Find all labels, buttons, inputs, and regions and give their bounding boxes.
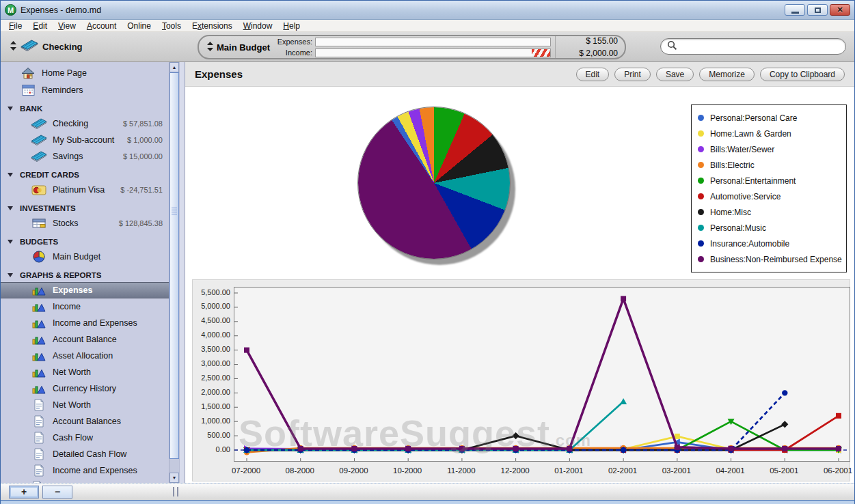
sidebar: Home PageRemindersBANKChecking$ 57,851.0… <box>1 62 169 483</box>
menu-online[interactable]: Online <box>122 20 157 31</box>
sidebar-section-credit-cards[interactable]: CREDIT CARDS <box>1 168 169 182</box>
sidebar-item-net-worth[interactable]: Net Worth <box>1 364 169 380</box>
menu-edit[interactable]: Edit <box>27 20 53 31</box>
pie-report: Personal:Personal CareHome:Lawn & Garden… <box>185 87 854 279</box>
menu-window[interactable]: Window <box>238 20 278 31</box>
pie-chart <box>358 107 510 259</box>
legend-item: Insurance:Automobile <box>698 236 840 251</box>
x-axis-label: 07-2000 <box>222 466 270 475</box>
up-down-arrows-icon[interactable] <box>10 41 16 53</box>
sidebar-item-main-budget[interactable]: Main Budget <box>1 249 169 265</box>
sidebar-item-expenses[interactable]: Expenses <box>1 282 169 298</box>
legend-label: Personal:Entertainment <box>710 176 796 186</box>
sidebar-item-cash-flow[interactable]: Cash Flow <box>1 430 169 446</box>
print-button[interactable]: Print <box>614 68 651 81</box>
sidebar-item-income[interactable]: Income <box>1 298 169 315</box>
legend-item: Home:Misc <box>698 204 840 220</box>
sidebar-section-investments[interactable]: INVESTMENTS <box>1 201 169 215</box>
sidebar-section-budgets[interactable]: BUDGETS <box>1 235 169 249</box>
search-box[interactable] <box>660 38 846 55</box>
sidebar-item-currency-history[interactable]: Currency History <box>1 380 169 397</box>
account-balance: $ 128,845.38 <box>119 219 169 227</box>
legend-label: Home:Misc <box>710 208 751 217</box>
legend-item: Personal:Personal Care <box>698 110 840 126</box>
y-axis-label: 5,000.00 <box>193 302 230 310</box>
y-axis-label: 500.00 <box>193 431 230 439</box>
account-switcher[interactable]: Checking <box>10 40 83 54</box>
sidebar-item-label: Main Budget <box>53 252 100 262</box>
remove-account-button[interactable]: − <box>42 486 72 499</box>
menu-bar: FileEditViewAccountOnlineToolsExtensions… <box>1 20 854 32</box>
bar-graph-icon <box>31 318 47 328</box>
scrollbar-track[interactable] <box>169 72 179 473</box>
save-button[interactable]: Save <box>656 68 694 81</box>
checkbook-icon <box>31 135 47 145</box>
sidebar-item-label: Savings <box>53 152 83 161</box>
sidebar-item-income-and-expenses[interactable]: Income and Expenses <box>1 315 169 331</box>
scroll-up-icon[interactable]: ▲ <box>169 62 179 72</box>
scroll-down-icon[interactable]: ▼ <box>169 473 179 483</box>
sidebar-item-stocks[interactable]: Stocks$ 128,845.38 <box>1 215 169 232</box>
maximize-icon[interactable] <box>807 4 828 16</box>
sidebar-section-graphs-reports[interactable]: GRAPHS & REPORTS <box>1 268 169 282</box>
sidebar-item-account-balances[interactable]: Account Balances <box>1 413 169 430</box>
memorize-button[interactable]: Memorize <box>699 68 755 81</box>
legend-item: Bills:Electric <box>698 157 840 173</box>
sidebar-item-label: Asset Allocation <box>53 351 113 361</box>
sidebar-item-label: Detailed Cash Flow <box>53 449 126 459</box>
sidebar-item-net-worth[interactable]: Net Worth <box>1 397 169 413</box>
x-axis-label: 02-2001 <box>599 466 647 475</box>
line-chart-panel: SoftwareSuggest.com 0.00500.001,000.001,… <box>192 279 850 481</box>
y-axis-label: 5,500.00 <box>193 288 230 296</box>
menu-file[interactable]: File <box>3 20 27 31</box>
close-icon[interactable]: ✕ <box>830 4 850 16</box>
sidebar-splitter[interactable] <box>179 62 185 483</box>
menu-help[interactable]: Help <box>277 20 306 31</box>
credit-card-icon <box>31 185 47 195</box>
sidebar-item-label: Net Worth <box>53 400 91 410</box>
menu-tools[interactable]: Tools <box>157 20 187 31</box>
sidebar-item-income-and-expenses[interactable]: Income and Expenses <box>1 462 169 479</box>
edit-button[interactable]: Edit <box>576 68 610 81</box>
legend-dot <box>698 240 704 247</box>
sidebar-item-detailed-cash-flow[interactable]: Detailed Cash Flow <box>1 446 169 462</box>
report-area: Expenses EditPrintSaveMemorizeCopy to Cl… <box>185 62 854 483</box>
legend-item: Bills:Water/Sewer <box>698 141 840 157</box>
sidebar-section-bank[interactable]: BANK <box>1 102 169 115</box>
x-axis-label: 06-2001 <box>814 466 855 475</box>
search-icon <box>667 40 677 53</box>
copy-to-clipboard-button[interactable]: Copy to Clipboard <box>760 68 845 81</box>
search-input[interactable] <box>677 42 839 51</box>
bottombar-grip[interactable] <box>173 487 178 496</box>
budget-meter[interactable]: Main Budget Expenses: Income: $ 155.00 $… <box>198 35 626 59</box>
sidebar-item-label: Platinum Visa <box>53 185 105 195</box>
sidebar-item-checking[interactable]: Checking$ 57,851.08 <box>1 115 169 132</box>
sidebar-item-asset-allocation[interactable]: Asset Allocation <box>1 348 169 364</box>
menu-extensions[interactable]: Extensions <box>187 20 238 31</box>
menu-view[interactable]: View <box>53 20 81 31</box>
sidebar-item-account-balance[interactable]: Account Balance <box>1 331 169 348</box>
legend-item: Personal:Music <box>698 220 840 236</box>
sidebar-item-my-sub-account[interactable]: My Sub-account$ 1,000.00 <box>1 132 169 148</box>
sidebar-item-platinum-visa[interactable]: Platinum Visa$ -24,751.51 <box>1 182 169 198</box>
title-bar[interactable]: M Expenses - demo.md ✕ <box>1 1 854 20</box>
sidebar-item-reminders[interactable]: Reminders <box>1 81 169 98</box>
y-axis-label: 2,500.00 <box>193 374 230 382</box>
up-down-arrows-icon[interactable] <box>207 42 213 53</box>
sidebar-item-home-page[interactable]: Home Page <box>1 64 169 81</box>
x-axis-label: 03-2001 <box>653 466 701 475</box>
scrollbar-thumb[interactable] <box>169 72 179 459</box>
minimize-icon[interactable] <box>785 4 805 16</box>
sidebar-item-label: My Sub-account <box>53 135 114 145</box>
legend-label: Automotive:Service <box>710 192 781 201</box>
menu-account[interactable]: Account <box>81 20 122 31</box>
bar-graph-icon <box>31 350 47 361</box>
income-amount: $ 2,000.00 <box>560 48 618 58</box>
sidebar-item-label: Net Worth <box>53 367 91 377</box>
add-account-button[interactable]: + <box>9 486 39 499</box>
sidebar-scrollbar[interactable]: ▲ ▼ <box>169 62 179 483</box>
report-actions: EditPrintSaveMemorizeCopy to Clipboard <box>576 68 845 81</box>
app-window: M Expenses - demo.md ✕ FileEditViewAccou… <box>0 0 855 504</box>
expenses-bar-label: Expenses: <box>274 38 315 46</box>
sidebar-item-savings[interactable]: Savings$ 15,000.00 <box>1 148 169 165</box>
